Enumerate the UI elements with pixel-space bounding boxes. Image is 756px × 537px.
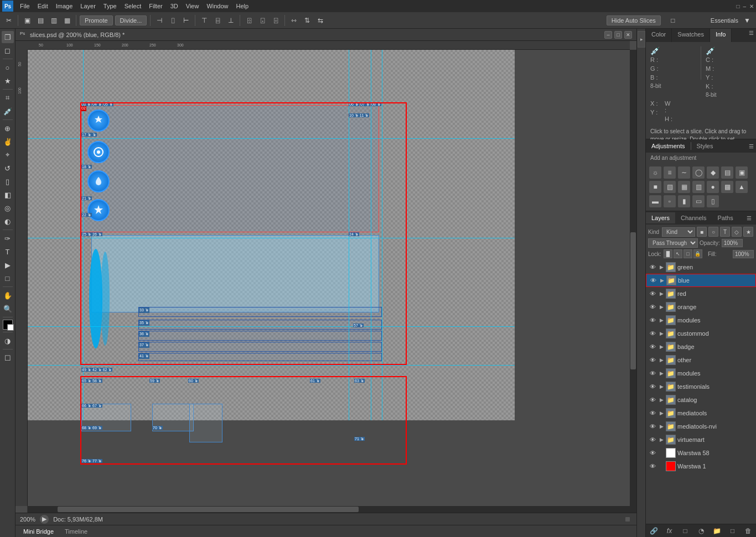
minimize-button[interactable]: – [604, 31, 612, 39]
tab-channels[interactable]: Channels [675, 212, 712, 223]
history-brush-tool[interactable]: ↺ [2, 162, 14, 174]
arrow-mediatools-nvi[interactable]: ▶ [659, 422, 664, 431]
quick-mask-tool[interactable]: ◑ [2, 335, 14, 347]
tab-info[interactable]: Info [710, 29, 732, 42]
spacing3-icon[interactable]: ⇆ [315, 15, 326, 26]
adjust-filter-icon[interactable]: ○ [708, 227, 718, 237]
distribute-h-icon[interactable]: ⌹ [244, 15, 255, 26]
lock-move-icon[interactable]: ↖ [674, 249, 682, 258]
align-right-icon[interactable]: ⊢ [180, 15, 191, 26]
add-mask-btn[interactable]: □ [680, 525, 691, 536]
type-tool[interactable]: T [2, 246, 14, 258]
layer-item-virtuemart[interactable]: 👁 ▶ 📁 virtuemart [646, 433, 756, 446]
tab-mini-bridge[interactable]: Mini Bridge [18, 527, 59, 536]
promote-button[interactable]: Promote [80, 15, 113, 25]
eye-warstwa58[interactable]: 👁 [648, 449, 657, 457]
select-tool[interactable]: ◻ [2, 44, 14, 56]
eye-blue[interactable]: 👁 [649, 276, 657, 285]
scrollbar-horizontal[interactable] [28, 506, 630, 513]
menu-3d[interactable]: 3D [167, 2, 182, 11]
colorlookup-icon[interactable]: ▥ [692, 181, 705, 193]
panel-menu-btn[interactable]: ☰ [747, 29, 756, 42]
align-middle-v-icon[interactable]: ⌸ [212, 15, 223, 26]
eye-other[interactable]: 👁 [648, 356, 657, 364]
menu-select[interactable]: Select [121, 2, 145, 11]
brightness-icon[interactable]: ☼ [649, 166, 661, 179]
layer-item-other[interactable]: 👁 ▶ 📁 other [646, 353, 756, 367]
distribute3-icon[interactable]: ⌻ [270, 15, 281, 26]
distribute-icon[interactable]: ▥ [48, 15, 59, 26]
pen-tool[interactable]: ✑ [2, 232, 14, 244]
lock-pixels-icon[interactable]: █ [664, 249, 672, 258]
solidcolor-icon[interactable]: ▮ [678, 195, 690, 207]
gradient-map-icon[interactable]: ▬ [649, 195, 661, 207]
tab-adjustments[interactable]: Adjustments [646, 140, 691, 152]
divide-button[interactable]: Divide... [115, 15, 147, 25]
close-button[interactable]: ✕ [624, 31, 632, 39]
gradient-tool[interactable]: ◧ [2, 189, 14, 201]
type-filter-icon[interactable]: T [720, 227, 730, 237]
arrow-custommod[interactable]: ▶ [659, 329, 664, 338]
menu-image[interactable]: Image [53, 2, 76, 11]
spacing-v-icon[interactable]: ⇅ [302, 15, 313, 26]
layer-item-custommod[interactable]: 👁 ▶ 📁 custommod [646, 327, 756, 340]
tab-styles[interactable]: Styles [691, 140, 719, 152]
move-tool[interactable]: ❐ [2, 31, 14, 43]
pixel-filter-icon[interactable]: ■ [697, 227, 707, 237]
shape-filter-icon[interactable]: ◇ [732, 227, 742, 237]
arrow-red[interactable]: ▶ [659, 289, 664, 298]
scroll-thumb-v[interactable] [630, 232, 636, 369]
eyedropper-icon[interactable]: 💉 [650, 46, 660, 55]
tab-layers[interactable]: Layers [646, 212, 675, 223]
channelmix-icon[interactable]: ▦ [678, 181, 690, 193]
workspace-arrow-icon[interactable]: ▼ [742, 15, 753, 26]
menu-layer[interactable]: Layer [77, 2, 99, 11]
eye-modules2[interactable]: 👁 [648, 369, 657, 378]
arrow-blue[interactable]: ▶ [659, 276, 665, 285]
lasso-tool[interactable]: ○ [2, 61, 14, 74]
hide-auto-slices-button[interactable]: Hide Auto Slices [607, 15, 661, 25]
delete-layer-btn[interactable]: 🗑 [743, 525, 754, 536]
link-layers-btn[interactable]: 🔗 [648, 525, 659, 536]
options-icon[interactable]: □ [667, 15, 679, 26]
align-bottom-icon[interactable]: ⊥ [225, 15, 236, 26]
screen-mode-tool[interactable]: ☐ [2, 352, 14, 364]
eye-green[interactable]: 👁 [648, 263, 657, 272]
tab-swatches[interactable]: Swatches [672, 29, 710, 42]
lock-all-icon[interactable]: 🔒 [693, 249, 702, 258]
tab-color[interactable]: Color [646, 29, 672, 42]
align-top-icon[interactable]: ⊤ [199, 15, 210, 26]
slice-from-guides-icon[interactable]: ▣ [22, 15, 33, 26]
arrow-modules[interactable]: ▶ [659, 316, 664, 325]
photofilter-icon[interactable]: ▧ [664, 181, 676, 193]
crop-tool[interactable]: ⌗ [2, 92, 14, 104]
eye-mediatools-nvi[interactable]: 👁 [648, 422, 657, 431]
new-layer-btn[interactable]: □ [727, 525, 738, 536]
arrow-testimonials[interactable]: ▶ [659, 382, 664, 391]
align-left-icon[interactable]: ⊣ [154, 15, 165, 26]
arrow-catalog[interactable]: ▶ [659, 395, 664, 404]
menu-window[interactable]: Window [203, 2, 231, 11]
menu-help[interactable]: Help [233, 2, 252, 11]
layer-item-red[interactable]: 👁 ▶ 📁 red [646, 287, 756, 300]
eye-catalog[interactable]: 👁 [648, 395, 657, 404]
menu-type[interactable]: Type [100, 2, 120, 11]
eye-mediatools[interactable]: 👁 [648, 409, 657, 418]
menu-view[interactable]: View [183, 2, 203, 11]
arrow-other[interactable]: ▶ [659, 356, 664, 364]
invert-icon[interactable]: ● [707, 181, 719, 193]
hsl-icon[interactable]: ▤ [721, 166, 733, 179]
distribute2-icon[interactable]: ▦ [61, 15, 73, 26]
blur-tool[interactable]: ◎ [2, 202, 14, 214]
shape-tool[interactable]: □ [2, 272, 14, 284]
arrow-mediatools[interactable]: ▶ [659, 409, 664, 418]
arrow-modules2[interactable]: ▶ [659, 369, 664, 378]
fill-input[interactable] [733, 250, 754, 258]
menu-edit[interactable]: Edit [34, 2, 51, 11]
opacity-input[interactable] [722, 239, 743, 247]
status-arrow[interactable]: ▶ [40, 515, 49, 524]
lock-artboard-icon[interactable]: □ [683, 249, 692, 258]
eye-modules[interactable]: 👁 [648, 316, 657, 325]
distribute-v-icon[interactable]: ⌺ [257, 15, 268, 26]
maximize-button[interactable]: □ [614, 31, 622, 39]
